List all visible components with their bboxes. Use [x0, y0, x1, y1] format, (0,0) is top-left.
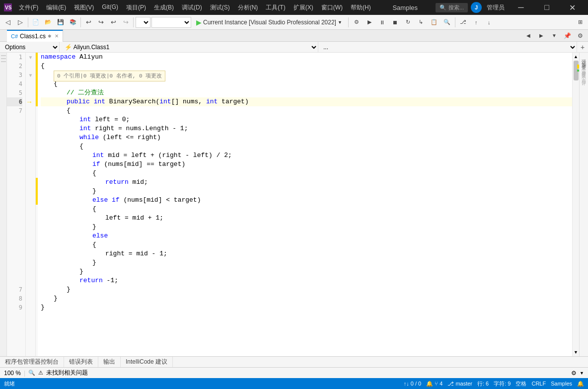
tab-dropdown[interactable]: ▼: [548, 30, 560, 42]
debug-tool8[interactable]: 🔍: [441, 16, 453, 28]
scroll-down-btn[interactable]: ▼: [573, 348, 579, 356]
menu-file[interactable]: 文件(F): [15, 3, 42, 12]
tab-scroll-right[interactable]: ▶: [535, 30, 547, 42]
status-notifications[interactable]: 🔔 ⑂ 4: [426, 381, 442, 387]
line-info: 行: 6: [477, 380, 489, 388]
git-tool1[interactable]: ⎇: [457, 16, 469, 28]
tab-class1[interactable]: C# Class1.cs ✱ ✕: [7, 30, 63, 42]
redo2-button[interactable]: ↪: [120, 16, 132, 28]
status-bar: 就绪 ↑↓ 0 / 0 🔔 ⑂ 4 ⎇ master 行: 6: [0, 378, 588, 389]
code-line-23: right = mid - 1;: [41, 249, 572, 258]
editor-container: 1 2 3 4 5 6 7 8 9 10 11 12 13 14 15 16 1: [7, 53, 579, 356]
menu-view[interactable]: 视图(V): [70, 3, 98, 12]
code-content[interactable]: namespace Aliyun { 0 个引用|0 项更改|0 名作者, 0 …: [38, 53, 572, 356]
ready-label: 就绪: [4, 380, 15, 388]
sep5: [455, 17, 455, 27]
ln-7: 7: [7, 106, 22, 115]
ln-19: 19: [7, 214, 22, 223]
layout-button[interactable]: ⊞: [574, 16, 586, 28]
menu-debug[interactable]: 调试(D): [178, 3, 206, 12]
tab-pin[interactable]: 📌: [561, 30, 573, 42]
code-line-15: return mid;: [41, 178, 572, 187]
bottom-tab-output[interactable]: 输出: [98, 357, 121, 368]
tab-settings[interactable]: ⚙: [574, 30, 586, 42]
settings-icon[interactable]: ⚙: [571, 370, 577, 377]
code-line-2: {: [41, 62, 572, 71]
code-line-1: namespace Aliyun: [41, 53, 572, 62]
right-sidebar: 强 化 测 量 温 馨 提 示 画 评: [579, 53, 588, 356]
user-avatar: J: [471, 2, 482, 13]
debug-tool1[interactable]: ⚙: [351, 16, 363, 28]
menu-tools[interactable]: 工具(T): [262, 3, 289, 12]
collapse-4: [26, 79, 35, 88]
tab-scroll-left[interactable]: ◀: [522, 30, 534, 42]
scroll-marker-yellow: [577, 65, 579, 69]
ln-12: 12: [7, 151, 22, 160]
debug-tool5[interactable]: ↻: [402, 16, 414, 28]
close-button[interactable]: ✕: [561, 0, 584, 15]
menu-help[interactable]: 帮助(H): [347, 3, 375, 12]
status-bell-right[interactable]: 🔔: [577, 381, 584, 387]
toolbar-group-file: ◁ ▷ 📄 📂 💾 📚 ↩ ↪ ↩ ↪: [2, 16, 135, 28]
status-ready[interactable]: 就绪: [4, 380, 15, 388]
ln-23: 23: [7, 249, 22, 258]
admin-button[interactable]: 管理员: [485, 1, 507, 13]
bottom-tab-nuget[interactable]: 程序包管理器控制台: [0, 357, 64, 368]
status-project[interactable]: Samples: [551, 381, 572, 387]
git-tool2[interactable]: ↑: [470, 16, 482, 28]
status-branch[interactable]: ⎇ master: [447, 381, 472, 387]
no-issues-label: 未找到相关问题: [46, 369, 88, 377]
code-line-30: [41, 312, 572, 321]
bottom-tab-errors[interactable]: 错误列表: [64, 357, 98, 368]
back-button[interactable]: ◁: [2, 16, 14, 28]
cpu-config-select[interactable]: Any CPU: [151, 17, 191, 28]
menu-edit[interactable]: 编辑(E): [42, 3, 70, 12]
ln-6: 6: [7, 97, 22, 106]
debug-tool6[interactable]: ↳: [415, 16, 427, 28]
save-button[interactable]: 💾: [55, 16, 67, 28]
scrollbar[interactable]: ▲ ▼: [572, 53, 579, 356]
class-select[interactable]: ⚡ Aliyun.Class1: [60, 42, 318, 53]
status-col[interactable]: 字符: 9: [494, 380, 511, 388]
code-line-13: if (nums[mid] == target): [41, 160, 572, 169]
tab-close-button[interactable]: ✕: [55, 33, 59, 39]
maximize-button[interactable]: □: [535, 0, 558, 15]
code-line-26: return -1;: [41, 276, 572, 285]
menu-project[interactable]: 项目(P): [122, 3, 150, 12]
status-arrows[interactable]: ↑↓ 0 / 0: [404, 381, 421, 387]
debug-config-select[interactable]: Debug: [136, 17, 150, 28]
status-line[interactable]: 行: 6: [477, 380, 489, 388]
undo-button[interactable]: ↩: [82, 16, 94, 28]
debug-tool2[interactable]: ▶: [364, 16, 375, 28]
scroll-up-btn[interactable]: ▲: [573, 53, 579, 61]
menu-window[interactable]: 窗口(W): [317, 3, 347, 12]
debug-tool3[interactable]: ⏸: [376, 16, 388, 28]
menu-git[interactable]: Git(G): [98, 3, 122, 12]
search-box[interactable]: 🔍 搜索...: [436, 3, 468, 12]
menu-extensions[interactable]: 扩展(X): [290, 3, 317, 12]
member-select[interactable]: ...: [318, 42, 577, 53]
bottom-tab-intellicode[interactable]: IntelliCode 建议: [121, 357, 173, 368]
menu-test[interactable]: 测试(S): [206, 3, 234, 12]
redo-button[interactable]: ↪: [95, 16, 107, 28]
status-encoding[interactable]: CRLF: [531, 381, 546, 387]
status-space[interactable]: 空格: [515, 380, 526, 388]
minimize-button[interactable]: ─: [510, 0, 532, 15]
debug-tool7[interactable]: 📋: [428, 16, 440, 28]
scroll-track[interactable]: [573, 61, 579, 348]
nav-add-button[interactable]: +: [577, 42, 588, 53]
dropdown-icon[interactable]: ▼: [580, 371, 584, 376]
run-button[interactable]: ▶ Current Instance [Visual Studio Profes…: [192, 17, 346, 28]
menu-analyze[interactable]: 分析(N): [234, 3, 262, 12]
menu-build[interactable]: 生成(B): [150, 3, 178, 12]
undo2-button[interactable]: ↩: [107, 16, 119, 28]
options-select[interactable]: Options: [0, 42, 60, 53]
forward-button[interactable]: ▷: [14, 16, 26, 28]
save-all-button[interactable]: 📚: [67, 16, 79, 28]
git-tool3[interactable]: ↓: [483, 16, 495, 28]
open-button[interactable]: 📂: [42, 16, 54, 28]
ln-28: 8: [7, 294, 22, 303]
debug-tool4[interactable]: ⏹: [389, 16, 401, 28]
tab-bar: C# Class1.cs ✱ ✕ ◀ ▶ ▼ 📌 ⚙: [0, 30, 588, 42]
new-file-button[interactable]: 📄: [30, 16, 42, 28]
